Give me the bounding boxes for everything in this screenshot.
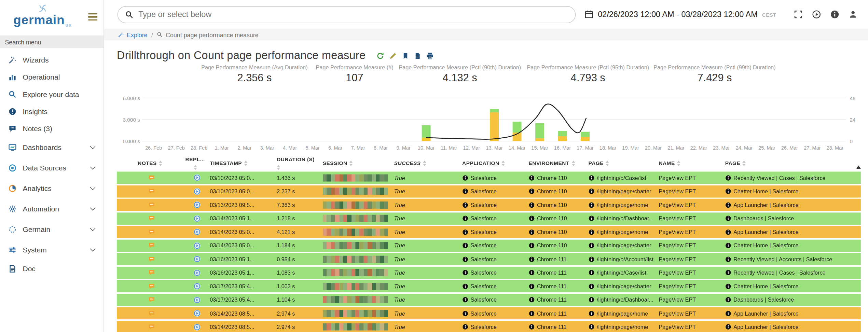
info-icon[interactable] [589, 202, 595, 208]
note-icon[interactable] [148, 256, 156, 263]
refresh-icon[interactable] [377, 52, 385, 60]
print-icon[interactable] [427, 52, 435, 60]
info-icon[interactable] [725, 189, 731, 195]
sort-icon[interactable] [423, 161, 426, 166]
export-icon[interactable] [414, 52, 422, 60]
bar-segment-yellow[interactable] [581, 137, 590, 141]
bar-segment-green[interactable] [535, 123, 544, 138]
replay-icon[interactable] [193, 323, 201, 331]
date-range-picker[interactable]: 02/26/2023 12:00 AM - 03/28/2023 12:00 A… [584, 10, 776, 19]
note-icon[interactable] [148, 283, 156, 290]
germain-logo[interactable]: germainux [13, 3, 72, 27]
table-row[interactable]: 03/14/2023 05:0...1.184 sTrueSalesforceC… [117, 240, 861, 252]
session-heatmap[interactable] [323, 215, 388, 222]
column-header-success[interactable]: SUCCESS [394, 161, 462, 167]
replay-icon[interactable] [193, 174, 201, 182]
table-row[interactable]: 03/17/2023 05:4...1.104 sTrueSalesforceC… [117, 294, 861, 306]
column-header-page2[interactable]: PAGE [720, 161, 861, 167]
chart-canvas[interactable] [142, 94, 846, 145]
bar-segment-green[interactable] [513, 122, 522, 133]
info-icon[interactable] [462, 229, 468, 235]
note-icon[interactable] [148, 296, 156, 304]
table-row[interactable]: 03/16/2023 05:1...1.083 sTrueSalesforceC… [117, 267, 861, 279]
session-heatmap[interactable] [323, 269, 388, 276]
bar-segment-green[interactable] [558, 131, 567, 136]
sidebar-item-explore-your-data[interactable]: Explore your data [0, 86, 104, 103]
session-heatmap[interactable] [323, 242, 388, 249]
sidebar-item-wizards[interactable]: Wizards [0, 52, 104, 69]
replay-icon[interactable] [193, 282, 201, 290]
info-icon[interactable] [589, 310, 595, 317]
sidebar-item-dashboards[interactable]: Dashboards [0, 137, 104, 158]
breadcrumb-explore-link[interactable]: Explore [127, 31, 147, 38]
info-icon[interactable] [589, 216, 595, 222]
session-heatmap[interactable] [323, 202, 388, 209]
sidebar-item-germain[interactable]: Germain [0, 219, 104, 240]
column-header-page[interactable]: PAGE [589, 161, 659, 167]
info-icon[interactable] [462, 324, 468, 330]
sidebar-item-automation[interactable]: Automation [0, 199, 104, 219]
info-icon[interactable] [725, 243, 731, 249]
menu-search-input[interactable] [0, 36, 104, 48]
table-row[interactable]: 03/14/2023 08:5...2.974 sTrueSalesforceC… [117, 321, 861, 332]
bar-segment-green[interactable] [422, 125, 431, 138]
chevron-down-icon[interactable] [90, 144, 95, 149]
table-row[interactable]: 03/13/2023 09:5...7.383 sTrueSalesforceC… [117, 199, 861, 211]
info-icon[interactable] [589, 270, 595, 276]
info-icon[interactable] [462, 297, 468, 303]
sort-icon[interactable] [193, 165, 197, 170]
info-icon[interactable] [529, 283, 535, 290]
chevron-down-icon[interactable] [90, 246, 95, 251]
info-icon[interactable] [725, 202, 731, 208]
note-icon[interactable] [148, 229, 156, 236]
info-icon[interactable] [529, 297, 535, 303]
column-header-session[interactable]: SESSION [323, 161, 394, 167]
global-search-input[interactable] [138, 10, 568, 19]
table-row[interactable]: 03/10/2023 05:0...2.237 sTrueSalesforceC… [117, 185, 861, 198]
session-heatmap[interactable] [323, 283, 388, 290]
info-icon[interactable] [725, 229, 731, 235]
info-icon[interactable] [589, 283, 595, 290]
sort-icon[interactable] [277, 165, 280, 170]
column-header-notes[interactable]: NOTES [117, 161, 187, 167]
sort-icon[interactable] [501, 161, 505, 166]
note-icon[interactable] [148, 269, 156, 276]
sort-icon[interactable] [743, 161, 746, 166]
info-icon[interactable] [462, 283, 468, 290]
user-icon[interactable] [849, 10, 857, 19]
info-icon[interactable] [462, 256, 468, 262]
info-icon[interactable] [529, 310, 535, 317]
play-circle-icon[interactable] [812, 10, 821, 19]
info-icon[interactable] [725, 216, 731, 222]
info-icon[interactable] [589, 297, 595, 303]
info-icon[interactable] [529, 175, 535, 181]
sidebar-item-notes-3[interactable]: Notes (3) [0, 120, 104, 137]
fullscreen-icon[interactable] [794, 10, 803, 19]
bar-segment-yellow[interactable] [490, 112, 499, 141]
replay-icon[interactable] [193, 188, 201, 195]
session-heatmap[interactable] [323, 310, 388, 317]
sort-icon[interactable] [349, 161, 353, 166]
info-icon[interactable] [462, 243, 468, 249]
session-heatmap[interactable] [323, 256, 388, 263]
note-icon[interactable] [148, 242, 156, 249]
note-icon[interactable] [148, 202, 156, 209]
column-header-replay[interactable]: REPL... [187, 157, 207, 170]
edit-icon[interactable] [389, 52, 397, 60]
table-row[interactable]: 03/14/2023 05:1...1.218 sTrueSalesforceC… [117, 212, 861, 225]
replay-icon[interactable] [193, 296, 201, 304]
sidebar-item-system[interactable]: System [0, 240, 104, 260]
column-header-application[interactable]: APPLICATION [462, 161, 528, 167]
info-icon[interactable] [589, 189, 595, 195]
info-icon[interactable] [462, 175, 468, 181]
info-icon[interactable] [589, 324, 595, 330]
info-icon[interactable] [589, 243, 595, 249]
info-icon[interactable] [529, 202, 535, 208]
sort-icon[interactable] [244, 161, 248, 166]
sort-icon[interactable] [159, 161, 162, 166]
info-icon[interactable] [529, 256, 535, 262]
sort-icon[interactable] [606, 161, 609, 166]
chevron-down-icon[interactable] [90, 225, 95, 231]
replay-icon[interactable] [193, 255, 201, 263]
column-header-environment[interactable]: ENVIRONMENT [529, 161, 589, 167]
